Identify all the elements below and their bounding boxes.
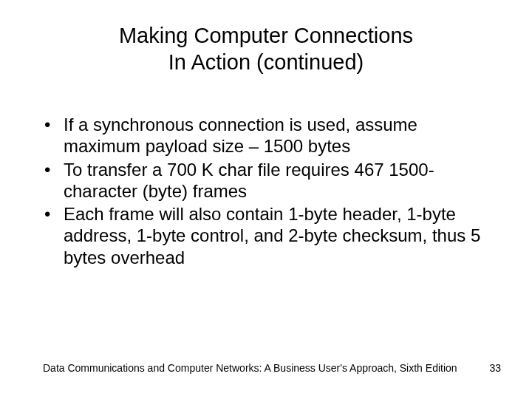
slide-title: Making Computer Connections In Action (c…	[0, 22, 532, 76]
page-number: 33	[489, 362, 501, 374]
bullet-text: To transfer a 700 K char file requires 4…	[64, 160, 434, 201]
bullet-text: If a synchronous connection is used, ass…	[64, 115, 417, 156]
list-item: To transfer a 700 K char file requires 4…	[43, 159, 494, 202]
title-line-2: In Action (continued)	[168, 50, 364, 74]
list-item: Each frame will also contain 1-byte head…	[43, 203, 494, 268]
slide: Making Computer Connections In Action (c…	[0, 0, 532, 399]
slide-body: If a synchronous connection is used, ass…	[43, 114, 494, 270]
list-item: If a synchronous connection is used, ass…	[43, 114, 494, 157]
footer-text: Data Communications and Computer Network…	[43, 362, 457, 374]
bullet-text: Each frame will also contain 1-byte head…	[64, 204, 480, 267]
bullet-list: If a synchronous connection is used, ass…	[43, 114, 494, 268]
title-line-1: Making Computer Connections	[119, 24, 413, 47]
